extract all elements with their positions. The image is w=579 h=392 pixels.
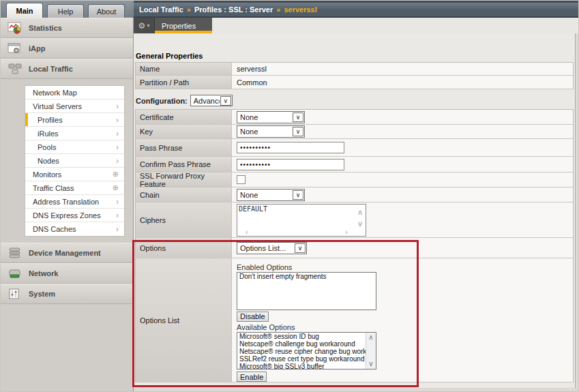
options-label: Options [136, 238, 232, 258]
breadcrumb: Local Traffic » Profiles : SSL : Server … [134, 1, 579, 18]
sidebar-item-device-management[interactable]: Device Management [1, 243, 133, 263]
configuration-table: Certificate None ∨ Key None ∨ [135, 109, 574, 382]
partition-path-value: Common [232, 76, 573, 89]
sidebar-item-system[interactable]: System [1, 284, 133, 304]
ssl-forward-proxy-label: SSL Forward Proxy Feature [136, 172, 232, 187]
list-item[interactable]: Netscape® challenge bug workaround [237, 340, 376, 348]
sidebar-item-network[interactable]: Network [1, 263, 133, 284]
chevron-right-icon: › [116, 116, 119, 124]
chevron-down-icon: ∨ [293, 127, 303, 136]
sidebar-item-dns-express-zones[interactable]: DNS Express Zones › [25, 209, 124, 222]
scroll-up-icon[interactable]: ∧ [357, 209, 363, 216]
sidebar-item-virtual-servers[interactable]: Virtual Servers › [25, 100, 124, 113]
scroll-down-icon[interactable]: ∨ [357, 220, 363, 228]
chevron-right-icon: › [116, 198, 119, 206]
main-tab-bar: Main Help About [1, 1, 134, 18]
breadcrumb-separator: » [187, 5, 191, 14]
sidebar-item-network-map[interactable]: Network Map [25, 86, 124, 100]
available-options-listbox[interactable]: Microsoft® session ID bug Netscape® chal… [237, 332, 376, 370]
listbox-scrollbar[interactable]: ∧ ∨ [366, 333, 376, 370]
breadcrumb-section[interactable]: Local Traffic [139, 5, 183, 14]
tab-main[interactable]: Main [6, 3, 43, 18]
sidebar-item-address-translation[interactable]: Address Translation › [25, 195, 124, 209]
sidebar-item-label: Statistics [29, 24, 62, 32]
key-label: Key [136, 125, 232, 138]
local-traffic-icon [8, 63, 23, 75]
scroll-right-icon[interactable]: › [345, 228, 348, 236]
scroll-up-icon[interactable]: ∧ [368, 334, 373, 341]
disable-button[interactable]: Disable [237, 312, 269, 322]
available-options-label: Available Options [237, 323, 295, 331]
name-label: Name [136, 63, 232, 75]
sidebar-item-pools[interactable]: Pools › [25, 140, 124, 154]
scroll-down-icon[interactable]: ∨ [368, 361, 373, 367]
chevron-right-icon: › [116, 143, 119, 151]
list-item[interactable]: Microsoft® session ID bug [237, 333, 376, 340]
pass-phrase-input[interactable]: •••••••••• [237, 142, 344, 153]
sidebar-item-label: Network [29, 269, 58, 277]
sidebar-item-irules[interactable]: iRules › [25, 127, 124, 140]
sidebar-item-local-traffic[interactable]: Local Traffic [1, 59, 133, 79]
sidebar-item-label: System [29, 290, 55, 298]
sidebar-item-traffic-class[interactable]: Traffic Class ⊕ [25, 181, 124, 195]
sidebar-item-label: Device Management [29, 249, 101, 257]
enable-button[interactable]: Enable [237, 372, 267, 382]
sidebar-item-statistics[interactable]: Statistics [1, 18, 133, 38]
gear-menu-button[interactable]: ⚙ ▾ [134, 18, 155, 33]
system-icon [8, 288, 23, 300]
table-row-partition: Partition / Path Common [136, 76, 573, 89]
sidebar-item-profiles[interactable]: Profiles › [25, 113, 124, 127]
sidebar-item-monitors[interactable]: Monitors ⊕ [25, 168, 124, 181]
breadcrumb-separator: » [276, 5, 280, 14]
table-row-ssl-forward-proxy: SSL Forward Proxy Feature [136, 172, 573, 187]
plus-icon: ⊕ [113, 170, 119, 178]
statistics-icon [8, 22, 23, 34]
confirm-pass-phrase-label: Confirm Pass Phrase [136, 157, 232, 172]
partition-path-label: Partition / Path [136, 76, 232, 89]
tab-properties[interactable]: Properties [155, 18, 212, 33]
configuration-select[interactable]: Advanced ∨ [190, 95, 233, 106]
table-row-options: Options Options List... ∨ [136, 238, 573, 258]
chain-select[interactable]: None ∨ [237, 189, 305, 201]
name-value: serverssl [232, 63, 573, 75]
sidebar-item-label: Local Traffic [29, 65, 73, 73]
configuration-header: Configuration: Advanced ∨ [136, 94, 575, 107]
list-item[interactable]: Netscape® reuse cipher change bug workar… [237, 348, 376, 355]
pass-phrase-label: Pass Phrase [136, 139, 232, 156]
configuration-label: Configuration: [136, 97, 188, 105]
enabled-options-listbox[interactable]: Don't insert empty fragments [237, 272, 376, 310]
gear-icon: ⚙ [138, 22, 146, 30]
certificate-label: Certificate [136, 110, 232, 124]
chevron-down-icon: ∨ [293, 190, 303, 200]
list-item[interactable]: Microsoft® big SSLv3 buffer [237, 363, 376, 370]
sidebar-item-dns-caches[interactable]: DNS Caches › [25, 222, 124, 236]
sidebar: Statistics iApp Local Traffic Network Ma… [1, 18, 134, 392]
ssl-forward-proxy-checkbox[interactable] [237, 175, 246, 184]
breadcrumb-path[interactable]: Profiles : SSL : Server [194, 5, 273, 14]
chevron-down-icon: ∨ [295, 243, 306, 253]
tab-help[interactable]: Help [47, 4, 84, 18]
iapp-icon [8, 42, 23, 55]
scroll-left-icon[interactable]: ‹ [246, 228, 248, 236]
ciphers-textarea[interactable]: DEFAULT ∧ ∨ ‹ › [237, 204, 366, 237]
sidebar-item-nodes[interactable]: Nodes › [25, 154, 124, 168]
list-item[interactable]: Don't insert empty fragments [237, 273, 376, 280]
app-window: Main Help About Statistics iApp [0, 0, 579, 392]
table-row-name: Name serverssl [136, 63, 573, 76]
device-management-icon [8, 247, 23, 259]
caret-down-icon: ▾ [147, 22, 149, 29]
plus-icon: ⊕ [113, 184, 119, 192]
table-row-chain: Chain None ∨ [136, 187, 573, 202]
tab-about[interactable]: About [88, 4, 125, 18]
confirm-pass-phrase-input[interactable]: •••••••••• [237, 159, 344, 170]
chevron-down-icon: ∨ [293, 112, 303, 122]
table-row-pass-phrase: Pass Phrase •••••••••• [136, 139, 573, 157]
chevron-down-icon: ∨ [220, 96, 231, 106]
list-item[interactable]: SSLRef2 reuse cert type bug workaround [237, 355, 376, 363]
certificate-select[interactable]: None ∨ [237, 111, 305, 123]
sidebar-item-iapp[interactable]: iApp [1, 38, 133, 59]
key-select[interactable]: None ∨ [237, 125, 305, 138]
ciphers-label: Ciphers [136, 202, 232, 237]
table-row-key: Key None ∨ [136, 125, 573, 139]
options-select[interactable]: Options List... ∨ [237, 242, 307, 254]
